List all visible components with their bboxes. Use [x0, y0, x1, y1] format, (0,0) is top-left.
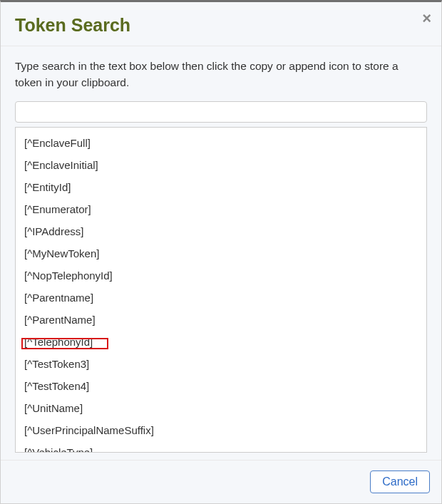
token-item[interactable]: [^UnitName]: [16, 397, 426, 419]
token-item[interactable]: [^TestToken4]: [16, 375, 426, 397]
token-item[interactable]: [^EntityId]: [16, 176, 426, 198]
modal-title: Token Search: [15, 15, 427, 36]
token-item[interactable]: [^UserPrincipalNameSuffix]: [16, 419, 426, 441]
token-item[interactable]: [^EnclaveFull]: [16, 132, 426, 154]
cancel-button[interactable]: Cancel: [370, 470, 430, 493]
modal-body: Type search in the text box below then c…: [1, 46, 441, 460]
token-item[interactable]: [^NopTelephonyId]: [16, 264, 426, 287]
instructions-text: Type search in the text box below then c…: [15, 58, 427, 91]
token-item[interactable]: [^TelephonyId]: [16, 331, 426, 353]
token-list: [^EnclaveFull][^EnclaveInitial][^EntityI…: [16, 128, 426, 453]
modal-header: Token Search ×: [1, 2, 441, 46]
token-item[interactable]: [^ParentName]: [16, 309, 426, 331]
token-search-modal: Token Search × Type search in the text b…: [0, 0, 442, 504]
token-item[interactable]: [^Enumerator]: [16, 198, 426, 220]
close-button[interactable]: ×: [422, 11, 431, 26]
token-item[interactable]: [^VehicleType]: [16, 441, 426, 453]
modal-footer: Cancel: [1, 460, 441, 503]
search-input[interactable]: [15, 101, 427, 123]
token-item[interactable]: [^EnclaveInitial]: [16, 154, 426, 176]
token-item[interactable]: [^Parentname]: [16, 287, 426, 309]
token-item[interactable]: [^MyNewToken]: [16, 242, 426, 264]
token-item[interactable]: [^IPAddress]: [16, 220, 426, 242]
token-item[interactable]: [^TestToken3]: [16, 353, 426, 375]
token-list-container[interactable]: [^EnclaveFull][^EnclaveInitial][^EntityI…: [15, 127, 427, 453]
